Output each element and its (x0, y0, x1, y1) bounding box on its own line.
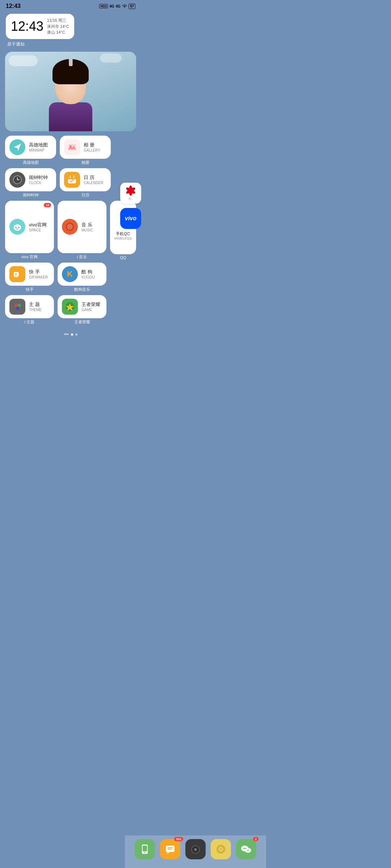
clock-text: 闹钟时钟 CLOCK (29, 174, 48, 185)
app-row-5: 主 题 THEME i 主题 王者荣耀 GAME 王者荣耀 (5, 295, 136, 325)
svg-point-22 (18, 227, 20, 228)
photo-card: iQOO (5, 52, 136, 131)
widget-time: 12:43 (11, 19, 43, 34)
wzry-label: 王者荣耀 (74, 319, 90, 325)
gallery-widget[interactable]: 相 册 GALLERY (60, 136, 111, 159)
kuaishou-widget[interactable]: K B 快 手 GIFMAKER (5, 263, 54, 286)
svg-point-26 (70, 226, 71, 227)
wifi-icon (122, 4, 127, 8)
app-row-3: 10 vivo官网 SPACE vivo 官网 音 乐 MUSIC (5, 201, 136, 260)
vivo-space-badge: 10 (44, 203, 51, 207)
status-icons: HD2 4G 4G 97 (99, 4, 135, 9)
music-text: 音 乐 MUSIC (81, 222, 93, 232)
battery-indicator: 97 (129, 4, 135, 9)
page-dot-1 (64, 333, 69, 335)
kugou-text: 酷 狗 KUGOU (81, 269, 95, 279)
status-time: 12:43 (6, 3, 21, 9)
music-icon (65, 222, 75, 231)
vivo-space-widget[interactable]: 10 vivo官网 SPACE (5, 201, 54, 253)
signal2: 4G (116, 4, 121, 8)
gallery-text: 相 册 GALLERY (84, 142, 100, 152)
huawei-card[interactable]: 网... (120, 183, 141, 204)
theme-widget[interactable]: 主 题 THEME (5, 295, 54, 318)
app-row-2: 闹钟时钟 CLOCK 闹钟时钟 日 历 CALENDER 日历 (5, 168, 136, 198)
wzry-text: 王者荣耀 GAME (81, 301, 100, 312)
wzry-widget[interactable]: 王者荣耀 GAME (58, 295, 106, 318)
hd2-icon: HD2 (99, 4, 108, 8)
svg-rect-15 (68, 177, 76, 179)
svg-point-21 (16, 227, 17, 228)
gallery-icon (68, 143, 76, 152)
app-row-4: K B 快 手 GIFMAKER 快手 K 酷 狗 KUGOU (5, 263, 136, 292)
atom-notify-label: 原子通知 (7, 41, 25, 47)
gaode-label: 高德地图 (23, 160, 39, 165)
widget-area: 12:43 11/16 周三 涿州市 14°C 唐山 14°C 原子通知 (0, 11, 141, 52)
music-label: i 音乐 (77, 254, 87, 260)
gaode-map-widget[interactable]: 高德地图 MINIMAP (5, 136, 56, 159)
wzry-icon (65, 302, 75, 312)
kugou-label: 酷狗音乐 (74, 287, 90, 292)
clock-widget[interactable]: 12:43 11/16 周三 涿州市 14°C 唐山 14°C (6, 14, 74, 39)
kuaishou-label: 快手 (26, 287, 34, 292)
huawei-logo-icon (126, 186, 136, 196)
music-widget[interactable]: 音 乐 MUSIC (58, 201, 106, 253)
svg-text:B: B (16, 275, 18, 278)
vivo-card-label: vivo (125, 215, 136, 222)
status-bar: 12:43 HD2 4G 4G 97 (0, 0, 141, 11)
kugou-k-letter: K (67, 269, 73, 279)
gaode-icon (13, 143, 22, 152)
page-indicators (0, 333, 141, 336)
svg-point-43 (16, 306, 20, 310)
settings-label: 设置 (127, 233, 135, 237)
calendar-widget[interactable]: 日 历 CALENDER (60, 168, 111, 191)
calendar-text: 日 历 CALENDER (84, 174, 103, 185)
calendar-icon (67, 175, 77, 184)
clock-icon (13, 175, 22, 184)
svg-point-18 (14, 224, 21, 231)
widget-info: 11/16 周三 涿州市 14°C 唐山 14°C (47, 17, 69, 35)
app-row-1: 高德地图 MINIMAP 高德地图 相 册 GALLERY 相册 (5, 136, 136, 165)
vivo-space-icon (13, 222, 22, 231)
clock-widget-app[interactable]: 闹钟时钟 CLOCK (5, 168, 56, 191)
page-dot-3 (75, 333, 77, 336)
page-dot-2 (71, 333, 73, 336)
gaode-text: 高德地图 MINIMAP (29, 142, 48, 152)
theme-text: 主 题 THEME (29, 301, 42, 312)
kugou-widget[interactable]: K 酷 狗 KUGOU (58, 263, 106, 286)
calendar-label: 日历 (81, 192, 89, 198)
clock-label: 闹钟时钟 (23, 192, 39, 198)
theme-icon (13, 302, 22, 311)
vivo-settings-card[interactable]: vivo (120, 208, 141, 229)
app-grid: 网... vivo 设置 高德地图 MINIMAP 高德地图 (0, 136, 141, 325)
kuaishou-icon: K B (13, 269, 22, 279)
kuaishou-text: 快 手 GIFMAKER (29, 269, 48, 279)
vivo-space-text: vivo官网 SPACE (29, 222, 47, 232)
signal1: 4G (109, 4, 114, 8)
gallery-label: 相册 (81, 160, 89, 165)
qq-label: QQ (120, 255, 126, 260)
huawei-net-label: 网... (129, 197, 133, 201)
vivo-space-label: vivo 官网 (21, 254, 38, 260)
theme-label: i 主题 (25, 319, 35, 325)
